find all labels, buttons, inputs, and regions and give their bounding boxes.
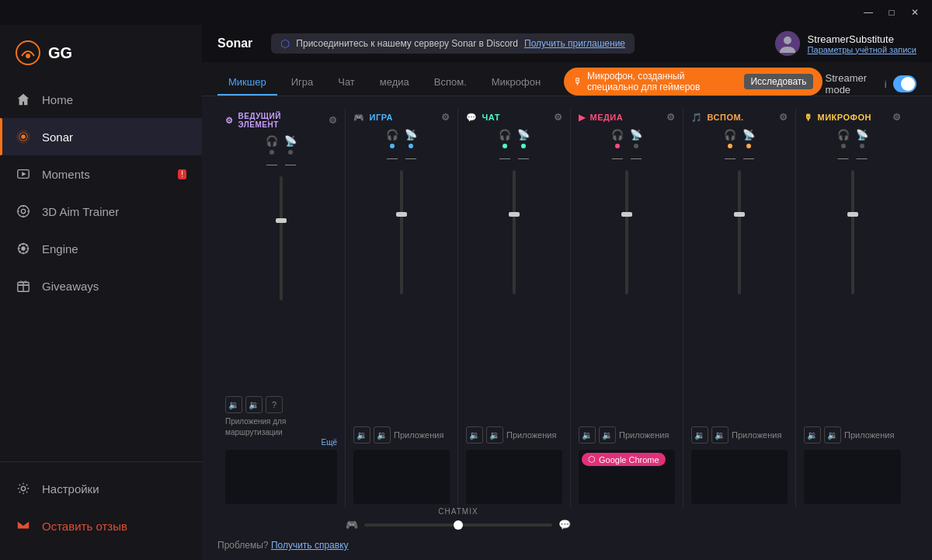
media-app-vol-btn[interactable]: 🔉 (579, 426, 596, 443)
mic-gear-icon[interactable]: ⚙ (892, 112, 902, 123)
sidebar-item-home[interactable]: Home (0, 81, 202, 118)
aux-headphones-minus[interactable]: — (725, 151, 736, 164)
media-wireless-col: 📡 — (630, 129, 642, 164)
aux-headphones-icon: 🎧 (724, 129, 736, 141)
sidebar-item-feedback[interactable]: Оставить отзыв (0, 507, 202, 544)
master-fader-track[interactable] (280, 176, 283, 301)
media-gear-icon[interactable]: ⚙ (666, 112, 676, 123)
chat-gear-icon[interactable]: ⚙ (554, 112, 563, 123)
master-app-vol-btn[interactable]: 🔉 (225, 396, 242, 413)
mic-wireless-minus[interactable]: — (857, 151, 868, 164)
google-chrome-app-tag[interactable]: ⬡ Google Chrome (582, 453, 666, 466)
mic-promo-banner[interactable]: 🎙 Микрофон, созданный специально для гей… (564, 68, 822, 96)
chat-app-vol-btn[interactable]: 🔉 (466, 426, 483, 443)
game-fader-handle[interactable] (396, 212, 407, 217)
mic-fader-track[interactable] (851, 170, 854, 294)
sidebar-item-sonar[interactable]: Sonar (0, 118, 202, 155)
game-app-vol-btn[interactable]: 🔉 (353, 426, 370, 443)
aux-wireless-col: 📡 — (742, 129, 755, 164)
sidebar-item-aim[interactable]: 3D Aim Trainer (0, 193, 202, 230)
master-fader-container (221, 170, 342, 390)
mic-apps-area (804, 450, 901, 504)
tab-media[interactable]: медиа (369, 70, 420, 96)
channel-master-header: ⚙ ВЕДУЩИЙ ЭЛЕМЕНТ ⚙ (221, 109, 342, 135)
game-fader-track[interactable] (400, 170, 403, 294)
mic-app-vol-btn[interactable]: 🔉 (804, 426, 821, 443)
tab-game[interactable]: Игра (280, 70, 325, 96)
chat-headphones-dot (503, 144, 507, 148)
tab-mixer[interactable]: Микшер (217, 70, 277, 96)
mic-fader-handle[interactable] (847, 212, 858, 217)
media-bottom: 🔉 🔉 Приложения ⬡ Google Chrome (574, 420, 680, 507)
chatmix-track[interactable] (364, 523, 552, 527)
master-headphones-dot (270, 150, 274, 155)
game-wireless-minus[interactable]: — (405, 151, 416, 164)
chat-app-vol2-btn[interactable]: 🔉 (486, 426, 503, 443)
channel-game: 🎮 ИГРА ⚙ 🎧 — 📡 — (346, 109, 458, 507)
moments-icon (16, 166, 31, 182)
streamer-mode-toggle[interactable] (893, 75, 916, 92)
user-account-link[interactable]: Параметры учётной записи (808, 45, 916, 54)
game-wireless-icon: 📡 (405, 129, 417, 141)
help-link[interactable]: Получить справку (271, 540, 349, 551)
aux-wireless-minus[interactable]: — (743, 151, 754, 164)
master-apps-label: Приложения для маршрутизации (225, 416, 337, 438)
aux-app-vol-btn[interactable]: 🔉 (691, 426, 708, 443)
maximize-button[interactable]: □ (881, 4, 902, 21)
aux-app-vol2-btn[interactable]: 🔉 (711, 426, 729, 443)
mic-app-vol2-btn[interactable]: 🔉 (824, 426, 841, 443)
aux-fader-handle[interactable] (734, 212, 745, 217)
game-headphones-col: 🎧 — (386, 129, 398, 164)
tab-aux[interactable]: Вспом. (423, 70, 478, 96)
media-headphones-minus[interactable]: — (612, 151, 623, 164)
master-headphones-icon: 🎧 (266, 135, 278, 147)
master-app-vol2-btn[interactable]: 🔉 (245, 396, 263, 413)
master-wireless-minus[interactable]: — (285, 158, 296, 170)
chat-wireless-minus[interactable]: — (518, 151, 529, 164)
sidebar-item-giveaways[interactable]: Giveaways (0, 267, 202, 304)
main-content: Sonar ⬡ Присоединитесь к нашему серверу … (202, 25, 932, 560)
minimize-button[interactable]: — (857, 4, 879, 21)
chatmix-slider: 🎮 💬 (346, 519, 571, 530)
game-wireless-col: 📡 — (405, 129, 417, 164)
chat-fader-handle[interactable] (509, 212, 520, 217)
media-wireless-minus[interactable]: — (631, 151, 642, 164)
discord-invite-link[interactable]: Получить приглашение (524, 38, 625, 49)
aux-channel-label: ВСПОМ. (708, 113, 744, 122)
tab-mic[interactable]: Микрофон (481, 70, 551, 96)
feedback-icon (16, 518, 31, 534)
chat-bottom: 🔉 🔉 Приложения (461, 420, 567, 507)
sidebar-item-moments[interactable]: Moments ! (0, 155, 202, 193)
master-app-extra-btn[interactable]: ? (266, 396, 283, 413)
master-fader-handle[interactable] (276, 218, 287, 223)
master-gear-icon[interactable]: ⚙ (329, 115, 338, 126)
chat-wireless-dot (521, 144, 526, 148)
game-headphones-minus[interactable]: — (387, 151, 398, 164)
game-gear-icon[interactable]: ⚙ (441, 112, 450, 123)
media-fader-track[interactable] (625, 170, 628, 294)
chat-headphones-minus[interactable]: — (499, 151, 510, 164)
mic-headphones-minus[interactable]: — (838, 151, 849, 164)
media-fader-handle[interactable] (621, 212, 632, 217)
app-body: GG Home Sonar (0, 25, 932, 560)
media-apps-area: ⬡ Google Chrome (579, 450, 675, 504)
steelseries-logo-icon (16, 40, 40, 65)
tab-chat[interactable]: Чат (327, 70, 366, 96)
sidebar-item-engine[interactable]: Engine (0, 230, 202, 267)
aux-gear-icon[interactable]: ⚙ (779, 112, 788, 123)
media-fader-container (574, 164, 680, 420)
streamer-mode-info-icon[interactable]: i (885, 78, 887, 90)
chatmix-handle[interactable] (454, 520, 463, 530)
chatmix-game-icon: 🎮 (346, 519, 358, 530)
game-channel-icon: 🎮 (353, 113, 365, 123)
game-app-vol2-btn[interactable]: 🔉 (374, 426, 391, 443)
master-headphones-minus[interactable]: — (266, 158, 277, 170)
mic-promo-explore-btn[interactable]: Исследовать (744, 74, 812, 89)
sidebar-item-settings[interactable]: Настройки (0, 470, 202, 507)
media-app-vol2-btn[interactable]: 🔉 (599, 426, 616, 443)
close-button[interactable]: ✕ (904, 4, 926, 21)
master-apps-more[interactable]: Ещё (225, 438, 337, 447)
chat-fader-track[interactable] (513, 170, 516, 294)
aux-fader-track[interactable] (738, 170, 741, 294)
game-app-icons: 🔉 🔉 Приложения (353, 423, 450, 447)
